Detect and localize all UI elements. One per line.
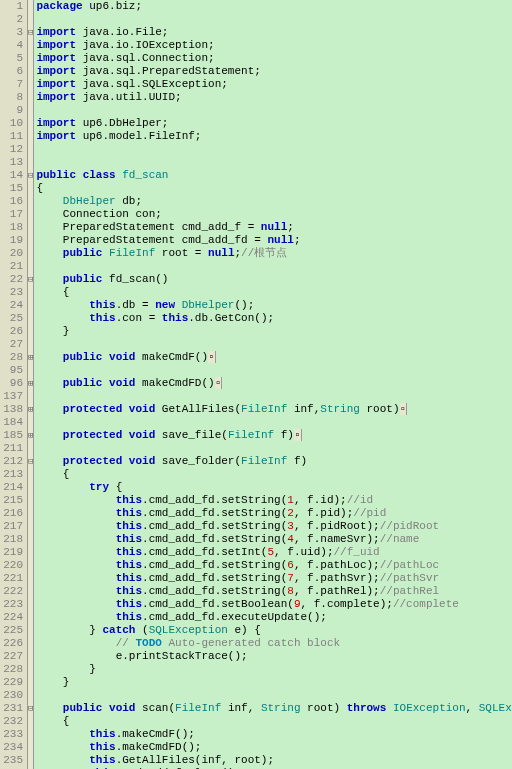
code-line[interactable]: public void scan(FileInf inf, String roo… xyxy=(36,702,512,715)
fold-marker[interactable]: ⊞ xyxy=(28,351,33,364)
line-number: 184 xyxy=(4,416,23,429)
line-number: 24 xyxy=(4,299,23,312)
fold-marker[interactable]: ⊟ xyxy=(28,169,33,182)
code-line[interactable]: this.con = this.db.GetCon(); xyxy=(36,312,512,325)
code-line[interactable]: import java.io.File; xyxy=(36,26,512,39)
code-line[interactable]: protected void save_folder(FileInf f) xyxy=(36,455,512,468)
fold-marker[interactable]: ⊟ xyxy=(28,702,33,715)
code-line[interactable]: this.cmd_add_fd.setString(4, f.nameSvr);… xyxy=(36,533,512,546)
line-number: 12 xyxy=(4,143,23,156)
code-line[interactable]: this.cmd_add_fd.setInt(5, f.uid);//f_uid xyxy=(36,546,512,559)
line-number: 10 xyxy=(4,117,23,130)
line-number: 212 xyxy=(4,455,23,468)
fold-marker[interactable]: ⊞ xyxy=(28,377,33,390)
code-line[interactable] xyxy=(36,104,512,117)
code-line[interactable]: import up6.DbHelper; xyxy=(36,117,512,130)
code-line[interactable] xyxy=(36,13,512,26)
code-line[interactable]: public void makeCmdF()▫ xyxy=(36,351,512,364)
code-line[interactable]: this.cmd_add_fd.setBoolean(9, f.complete… xyxy=(36,598,512,611)
fold-marker xyxy=(28,65,33,78)
code-line[interactable]: this.cmd_add_fd.setString(3, f.pidRoot);… xyxy=(36,520,512,533)
line-number: 7 xyxy=(4,78,23,91)
code-line[interactable]: { xyxy=(36,468,512,481)
fold-marker xyxy=(28,247,33,260)
code-line[interactable] xyxy=(36,416,512,429)
code-line[interactable] xyxy=(36,364,512,377)
line-number: 18 xyxy=(4,221,23,234)
fold-marker xyxy=(28,143,33,156)
code-line[interactable] xyxy=(36,390,512,403)
code-line[interactable]: protected void save_file(FileInf f)▫ xyxy=(36,429,512,442)
fold-marker[interactable]: ⊟ xyxy=(28,26,33,39)
code-line[interactable]: Connection con; xyxy=(36,208,512,221)
line-number-gutter[interactable]: 1234567891011121314151617181920212223242… xyxy=(0,0,28,769)
code-line[interactable]: this.GetAllFiles(inf, root); xyxy=(36,754,512,767)
code-line[interactable]: this.cmd_add_fd.setString(1, f.id);//id xyxy=(36,494,512,507)
fold-marker[interactable]: ⊟ xyxy=(28,455,33,468)
code-line[interactable]: package up6.biz; xyxy=(36,0,512,13)
fold-marker xyxy=(28,312,33,325)
code-line[interactable] xyxy=(36,442,512,455)
line-number: 223 xyxy=(4,598,23,611)
line-number: 8 xyxy=(4,91,23,104)
fold-marker[interactable]: ⊞ xyxy=(28,429,33,442)
code-editor[interactable]: 1234567891011121314151617181920212223242… xyxy=(0,0,512,769)
fold-marker xyxy=(28,624,33,637)
code-line[interactable]: this.makeCmdFD(); xyxy=(36,741,512,754)
code-line[interactable]: } xyxy=(36,663,512,676)
code-line[interactable]: try { xyxy=(36,481,512,494)
code-line[interactable]: } xyxy=(36,676,512,689)
code-line[interactable]: this.cmd_add_fd.setString(8, f.pathRel);… xyxy=(36,585,512,598)
line-number: 15 xyxy=(4,182,23,195)
code-line[interactable]: } xyxy=(36,325,512,338)
code-line[interactable]: protected void GetAllFiles(FileInf inf,S… xyxy=(36,403,512,416)
code-area[interactable]: package up6.biz;import java.io.File;impo… xyxy=(34,0,512,769)
code-line[interactable]: this.cmd_add_fd.setString(7, f.pathSvr);… xyxy=(36,572,512,585)
code-line[interactable]: import up6.model.FileInf; xyxy=(36,130,512,143)
line-number: 9 xyxy=(4,104,23,117)
fold-marker xyxy=(28,676,33,689)
code-line[interactable]: PreparedStatement cmd_add_fd = null; xyxy=(36,234,512,247)
line-number: 17 xyxy=(4,208,23,221)
code-line[interactable]: } catch (SQLException e) { xyxy=(36,624,512,637)
line-number: 235 xyxy=(4,754,23,767)
code-line[interactable]: DbHelper db; xyxy=(36,195,512,208)
code-line[interactable]: import java.io.IOException; xyxy=(36,39,512,52)
fold-marker[interactable]: ⊞ xyxy=(28,403,33,416)
fold-marker xyxy=(28,299,33,312)
code-line[interactable]: import java.sql.SQLException; xyxy=(36,78,512,91)
fold-marker xyxy=(28,364,33,377)
line-number: 27 xyxy=(4,338,23,351)
code-line[interactable]: PreparedStatement cmd_add_f = null; xyxy=(36,221,512,234)
code-line[interactable]: { xyxy=(36,715,512,728)
code-line[interactable]: public fd_scan() xyxy=(36,273,512,286)
line-number: 25 xyxy=(4,312,23,325)
code-line[interactable]: public class fd_scan xyxy=(36,169,512,182)
fold-marker xyxy=(28,208,33,221)
code-line[interactable]: this.cmd_add_fd.setString(6, f.pathLoc);… xyxy=(36,559,512,572)
code-line[interactable] xyxy=(36,260,512,273)
line-number: 21 xyxy=(4,260,23,273)
code-line[interactable] xyxy=(36,156,512,169)
code-line[interactable]: import java.sql.PreparedStatement; xyxy=(36,65,512,78)
line-number: 16 xyxy=(4,195,23,208)
code-line[interactable]: this.cmd_add_fd.setString(2, f.pid);//pi… xyxy=(36,507,512,520)
code-line[interactable]: import java.util.UUID; xyxy=(36,91,512,104)
fold-marker xyxy=(28,221,33,234)
code-line[interactable]: public void makeCmdFD()▫ xyxy=(36,377,512,390)
code-line[interactable]: e.printStackTrace(); xyxy=(36,650,512,663)
code-line[interactable]: { xyxy=(36,286,512,299)
code-line[interactable]: { xyxy=(36,182,512,195)
line-number: 225 xyxy=(4,624,23,637)
fold-marker[interactable]: ⊟ xyxy=(28,273,33,286)
code-line[interactable]: public FileInf root = null;//根节点 xyxy=(36,247,512,260)
code-line[interactable]: import java.sql.Connection; xyxy=(36,52,512,65)
fold-marker xyxy=(28,598,33,611)
code-line[interactable]: // TODO Auto-generated catch block xyxy=(36,637,512,650)
code-line[interactable] xyxy=(36,338,512,351)
code-line[interactable]: this.db = new DbHelper(); xyxy=(36,299,512,312)
code-line[interactable] xyxy=(36,143,512,156)
code-line[interactable]: this.makeCmdF(); xyxy=(36,728,512,741)
code-line[interactable]: this.cmd_add_fd.executeUpdate(); xyxy=(36,611,512,624)
code-line[interactable] xyxy=(36,689,512,702)
